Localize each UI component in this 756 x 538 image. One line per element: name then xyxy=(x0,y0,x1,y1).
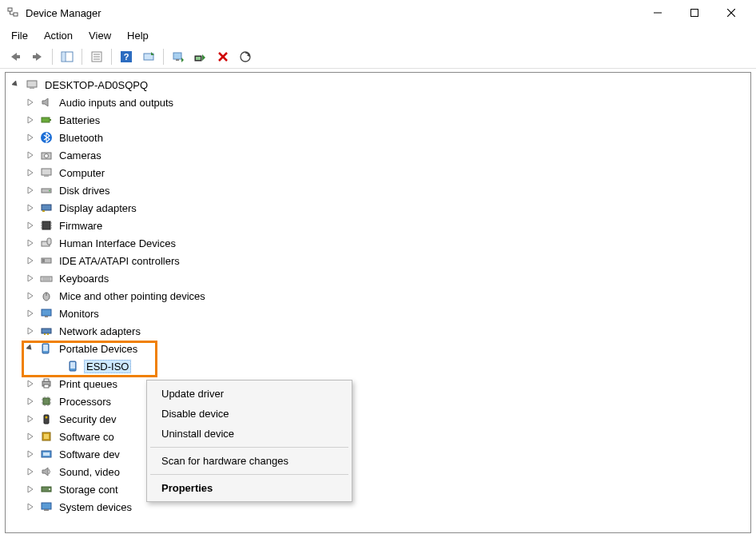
tree-node-bluetooth[interactable]: Bluetooth xyxy=(7,129,749,146)
menu-file[interactable]: File xyxy=(5,28,34,43)
context-menu-uninstall-device[interactable]: Uninstall device xyxy=(149,424,350,444)
tree-node-computer[interactable]: Computer xyxy=(7,164,749,181)
expander-closed-icon[interactable] xyxy=(25,167,36,178)
expander-closed-icon[interactable] xyxy=(25,484,36,495)
system-device-icon xyxy=(39,500,54,514)
tree-label[interactable]: Print queues xyxy=(57,377,120,391)
tree-node-softcomp[interactable]: Software co xyxy=(7,428,749,445)
expander-closed-icon[interactable] xyxy=(25,273,36,284)
tree-node-portable[interactable]: Portable Devices xyxy=(7,340,749,357)
context-menu-properties[interactable]: Properties xyxy=(149,478,350,498)
tree-label[interactable]: IDE ATA/ATAPI controllers xyxy=(57,254,182,268)
tree-node-network[interactable]: Network adapters xyxy=(7,322,749,340)
tree-node-storage[interactable]: Storage cont xyxy=(7,480,749,498)
menu-action[interactable]: Action xyxy=(38,28,79,43)
tree-label[interactable]: Disk drives xyxy=(57,184,113,197)
tree-node-mice[interactable]: Mice and other pointing devices xyxy=(7,287,749,305)
tree-node-printqueues[interactable]: Print queues xyxy=(7,375,749,393)
tree-label[interactable]: Batteries xyxy=(57,114,102,127)
tree-label[interactable]: Mice and other pointing devices xyxy=(57,289,208,303)
tree-root-row[interactable]: DESKTOP-AD0SQPQ xyxy=(7,76,749,94)
expander-closed-icon[interactable] xyxy=(25,290,36,301)
context-menu-update-driver[interactable]: Update driver xyxy=(149,384,350,404)
tree-label[interactable]: Network adapters xyxy=(57,325,143,338)
tree-label[interactable]: Computer xyxy=(57,166,107,180)
tree-node-hid[interactable]: Human Interface Devices xyxy=(7,234,749,252)
expander-closed-icon[interactable] xyxy=(25,448,36,460)
tree-label[interactable]: Monitors xyxy=(57,307,101,321)
tree-label[interactable]: System devices xyxy=(57,500,134,514)
expander-closed-icon[interactable] xyxy=(25,149,36,161)
tree-node-softdev[interactable]: Software dev xyxy=(7,445,749,463)
tree-label[interactable]: Display adapters xyxy=(57,201,139,215)
disable-device-button[interactable] xyxy=(168,47,189,66)
tree-node-keyboards[interactable]: Keyboards xyxy=(7,269,749,287)
tree-node-sound[interactable]: Sound, video xyxy=(7,463,749,480)
expander-closed-icon[interactable] xyxy=(25,185,36,196)
expander-open-icon[interactable] xyxy=(25,343,36,354)
tree-node-esd-iso[interactable]: ESD-ISO xyxy=(7,357,749,375)
tree-node-audio[interactable]: Audio inputs and outputs xyxy=(7,94,749,111)
tree-node-cameras[interactable]: Cameras xyxy=(7,146,749,164)
tree-label[interactable]: Human Interface Devices xyxy=(57,237,178,250)
uninstall-device-button[interactable] xyxy=(213,47,233,66)
scan-hardware-button[interactable] xyxy=(235,47,256,66)
tree-node-system[interactable]: System devices xyxy=(7,498,749,516)
tree-node-batteries[interactable]: Batteries xyxy=(7,111,749,129)
expander-closed-icon[interactable] xyxy=(25,378,36,389)
tree-label[interactable]: Processors xyxy=(57,395,113,408)
tree-label[interactable]: Cameras xyxy=(57,149,104,162)
expander-closed-icon[interactable] xyxy=(25,466,36,477)
tree-root-label[interactable]: DESKTOP-AD0SQPQ xyxy=(42,78,150,92)
tree-label[interactable]: Storage cont xyxy=(57,483,121,496)
expander-closed-icon[interactable] xyxy=(25,255,36,266)
expander-closed-icon[interactable] xyxy=(25,114,36,126)
menu-view[interactable]: View xyxy=(82,28,117,43)
close-button[interactable] xyxy=(713,1,750,25)
bluetooth-icon xyxy=(39,130,54,145)
minimize-button[interactable] xyxy=(639,1,676,25)
tree-label[interactable]: Keyboards xyxy=(57,272,111,285)
tree-node-disk[interactable]: Disk drives xyxy=(7,181,749,199)
help-button[interactable]: ? xyxy=(116,47,137,66)
expander-closed-icon[interactable] xyxy=(25,220,36,231)
expander-closed-icon[interactable] xyxy=(25,202,36,213)
tree-label[interactable]: Software co xyxy=(57,430,117,444)
tree-label[interactable]: Audio inputs and outputs xyxy=(57,96,176,110)
tree-label[interactable]: Bluetooth xyxy=(57,131,105,145)
expander-closed-icon[interactable] xyxy=(25,413,36,424)
enable-device-button[interactable] xyxy=(190,47,211,66)
tree-label[interactable]: Security dev xyxy=(57,412,119,426)
expander-closed-icon[interactable] xyxy=(25,325,36,337)
tree-node-processors[interactable]: Processors xyxy=(7,393,749,410)
expander-closed-icon[interactable] xyxy=(25,501,36,512)
tree-node-firmware[interactable]: Firmware xyxy=(7,217,749,234)
expander-closed-icon[interactable] xyxy=(25,308,36,319)
expander-closed-icon[interactable] xyxy=(25,97,36,108)
maximize-button[interactable] xyxy=(676,1,713,25)
svg-point-79 xyxy=(46,416,48,419)
back-button[interactable] xyxy=(5,47,26,66)
tree-label-selected[interactable]: ESD-ISO xyxy=(84,360,131,373)
tree-label[interactable]: Portable Devices xyxy=(57,342,140,356)
expander-closed-icon[interactable] xyxy=(25,132,36,143)
tree-label[interactable]: Sound, video xyxy=(57,465,122,479)
tree-node-display[interactable]: Display adapters xyxy=(7,199,749,217)
tree-node-security[interactable]: Security dev xyxy=(7,410,749,428)
update-driver-button[interactable] xyxy=(138,47,159,66)
context-menu-disable-device[interactable]: Disable device xyxy=(149,404,350,424)
expander-open-icon[interactable] xyxy=(10,79,22,90)
show-hide-tree-button[interactable] xyxy=(57,47,78,66)
tree-label[interactable]: Firmware xyxy=(57,219,105,233)
tree-label[interactable]: Software dev xyxy=(57,448,122,461)
expander-closed-icon[interactable] xyxy=(25,237,36,249)
forward-button[interactable] xyxy=(27,47,48,66)
security-icon xyxy=(39,412,54,426)
tree-node-ide[interactable]: IDE ATA/ATAPI controllers xyxy=(7,252,749,269)
menu-help[interactable]: Help xyxy=(121,28,155,43)
expander-closed-icon[interactable] xyxy=(25,431,36,442)
tree-node-monitors[interactable]: Monitors xyxy=(7,305,749,322)
properties-button[interactable] xyxy=(86,47,107,66)
expander-closed-icon[interactable] xyxy=(25,396,36,407)
context-menu-scan-hardware[interactable]: Scan for hardware changes xyxy=(149,451,350,471)
